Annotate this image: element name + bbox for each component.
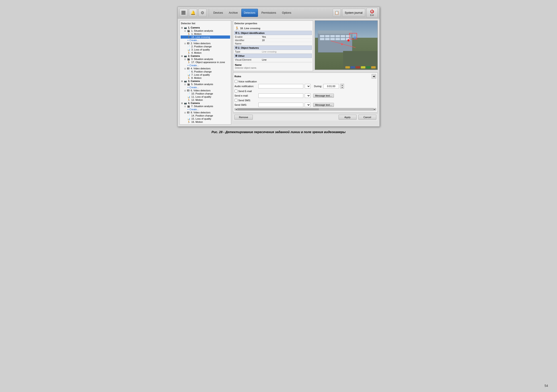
audio-notification-dropdown[interactable] (305, 84, 311, 88)
sit-analysis-3-label: 3. Situation analysis (191, 58, 213, 60)
pos-change-10-item[interactable]: 📄 10. Position change (181, 92, 230, 95)
visual-element-label: Visual Element (235, 58, 262, 61)
h-scroll-right-button[interactable]: ▶ (373, 108, 376, 111)
quality-11-icon: 📊 (187, 96, 190, 98)
detectors-nav-button[interactable]: Detectors (241, 9, 258, 17)
system-journal-button[interactable]: System journal (342, 9, 365, 17)
send-email-dropdown[interactable] (305, 93, 311, 98)
create-1-label: + Create... (187, 39, 199, 41)
voice-notification-checkbox-label[interactable]: Voice notification (235, 80, 257, 83)
send-sms-input[interactable] (258, 103, 303, 107)
send-email-input[interactable] (258, 93, 303, 98)
send-sms-checkbox-label[interactable]: Send SMS: (235, 99, 251, 102)
visual-element-row: Visual Element Line (234, 58, 312, 62)
loss-quality-15-item[interactable]: 📊 15. Loss of quality (181, 117, 230, 120)
motion-16-label: 16. Motion (191, 120, 203, 123)
loss-quality-3-item[interactable]: 📊 3. Loss of quality (181, 48, 230, 51)
line-crossing-18-item[interactable]: 🏃 18. Line crossing (181, 35, 230, 39)
section1-title[interactable]: ⊟ 1. Object identification (234, 31, 312, 35)
sit-analysis-5-item[interactable]: ⊟ 🎬 5. Situation analysis (181, 83, 230, 86)
sit-analysis-1-label: 1. Situation analysis (191, 29, 213, 32)
motion-icon: 🏃 (187, 33, 190, 35)
permissions-nav-button[interactable]: Permissions (259, 9, 278, 17)
sit-analysis-7-item[interactable]: ⊟ 🎬 7. Situation analysis (181, 105, 230, 108)
pos-change-2-item[interactable]: 📄 2. Position change (181, 45, 230, 48)
send-sms-dropdown[interactable] (305, 103, 311, 107)
sit-analysis-1-item[interactable]: ⊟ 🎬 1. Situation analysis (181, 29, 230, 32)
create-4-item[interactable]: + Create... (181, 108, 230, 111)
app-window: 🔔 ⚙ Devices Archive Detectors Permission… (178, 7, 380, 127)
sit-analysis-7-label: 7. Situation analysis (191, 105, 213, 108)
send-email-checkbox[interactable] (235, 90, 238, 93)
send-email-checkbox-label[interactable]: Send E-mail (235, 90, 252, 93)
journal-icon-button[interactable]: 📋 (333, 9, 341, 17)
settings-button[interactable]: ⚙ (198, 9, 206, 17)
motion-16-item[interactable]: 🏃 16. Motion (181, 120, 230, 123)
duration-up-button[interactable]: ▲ (341, 84, 344, 86)
grid-button[interactable] (180, 9, 188, 17)
devices-nav-button[interactable]: Devices (211, 9, 225, 17)
archive-nav-button[interactable]: Archive (227, 9, 240, 17)
during-label: During: (314, 85, 322, 88)
camera-image (315, 21, 377, 70)
audio-notification-input[interactable] (258, 84, 303, 88)
detector-header-name: 18. Line crossing (240, 27, 260, 30)
remove-button[interactable]: Remove (234, 115, 253, 120)
motion-8-item[interactable]: 🏃 8. Motion (181, 76, 230, 80)
collapse-8-icon: ⊟ (181, 102, 183, 104)
camera-2-item[interactable]: ⊟ 📷 2. Camera (181, 54, 230, 57)
other-section-title[interactable]: ⊞ Other (234, 54, 312, 58)
voice-notification-checkbox[interactable] (235, 80, 238, 83)
email-message-text-button[interactable]: Message text... (313, 94, 334, 98)
send-sms-checkbox[interactable] (235, 99, 238, 102)
create-1-item[interactable]: + Create... (181, 39, 230, 42)
section2-title[interactable]: ⊟ 2. Object features (234, 46, 312, 50)
visual-element-value: Line (262, 58, 311, 61)
right-panel: Detector properties 🏃 18. Line crossing … (233, 20, 378, 125)
name-prop-row: Name (234, 42, 312, 45)
apply-button[interactable]: Apply (339, 115, 357, 120)
loss-quality-15-label: 15. Loss of quality (191, 117, 212, 120)
pos-icon: 📄 (187, 45, 190, 48)
rules-collapse-button[interactable]: ≪ (372, 74, 376, 79)
ok-cancel-area: Apply Cancel (339, 115, 376, 120)
exit-button[interactable]: ⏻ Exit (367, 8, 378, 18)
pos-change-6-label: 6. Position change (191, 70, 212, 73)
create-2-item[interactable]: + Create... (181, 64, 230, 67)
h-scroll-left-button[interactable]: ◀ (235, 108, 238, 111)
type-label: Type (235, 50, 262, 53)
camera-4-item[interactable]: ⊟ 📷 4. Camera (181, 102, 230, 105)
loss-quality-7-item[interactable]: 📊 7. Loss of quality (181, 73, 230, 76)
motion-1-item[interactable]: 🏃 1. Motion (181, 32, 230, 35)
h-scroll-track (238, 108, 373, 110)
video-det-4-item[interactable]: ⊟ 🎞 4. Video detectors (181, 67, 230, 70)
loss-quality-11-item[interactable]: 📊 11. Loss of quality (181, 95, 230, 98)
sit-analysis-3-item[interactable]: ⊟ 🎬 3. Situation analysis (181, 57, 230, 61)
duration-input[interactable]: 0:01:00 (323, 84, 339, 88)
video-det-8-item[interactable]: ⊟ 🎞 8. Video detectors (181, 111, 230, 114)
motion-12-item[interactable]: 🏃 12. Motion (181, 98, 230, 102)
video-det-6-item[interactable]: ⊟ 🎞 6. Video detectors (181, 89, 230, 92)
send-email-label: Send E-mail (238, 90, 252, 93)
camera-3-item[interactable]: ⊟ 📷 3. Camera (181, 80, 230, 83)
camera-2-icon: 📷 (184, 55, 187, 57)
pos-change-14-item[interactable]: 📄 14. Position change (181, 114, 230, 117)
horizontal-scrollbar[interactable]: ◀ ▶ (235, 108, 376, 111)
cancel-button[interactable]: Cancel (358, 115, 376, 120)
create-3-item[interactable]: + Create... (181, 86, 230, 89)
create-4-label: + Create... (187, 108, 199, 111)
video-det-2-item[interactable]: ⊟ 🎞 2. Video detectors (181, 42, 230, 45)
video-det-4-icon: 🎞 (187, 67, 189, 70)
camera-1-item[interactable]: ⊟ 📷 1. Camera (181, 26, 230, 29)
loss-quality-7-label: 7. Loss of quality (191, 73, 210, 76)
options-nav-button[interactable]: Options (280, 9, 294, 17)
loss-quality-3-label: 3. Loss of quality (191, 48, 210, 51)
notifications-button[interactable]: 🔔 (189, 9, 197, 17)
pos-change-6-item[interactable]: 📄 6. Position change (181, 70, 230, 73)
enable-row: Enable Yes (234, 35, 312, 39)
collapse-6-icon: ⊟ (184, 83, 186, 86)
sms-message-text-button[interactable]: Message text... (313, 103, 334, 107)
motion-4-item[interactable]: 🏃 4. Motion (181, 51, 230, 54)
obj-zone-17-item[interactable]: 🏃 17. Object appearance in zone (181, 61, 230, 64)
duration-down-button[interactable]: ▼ (341, 86, 344, 88)
